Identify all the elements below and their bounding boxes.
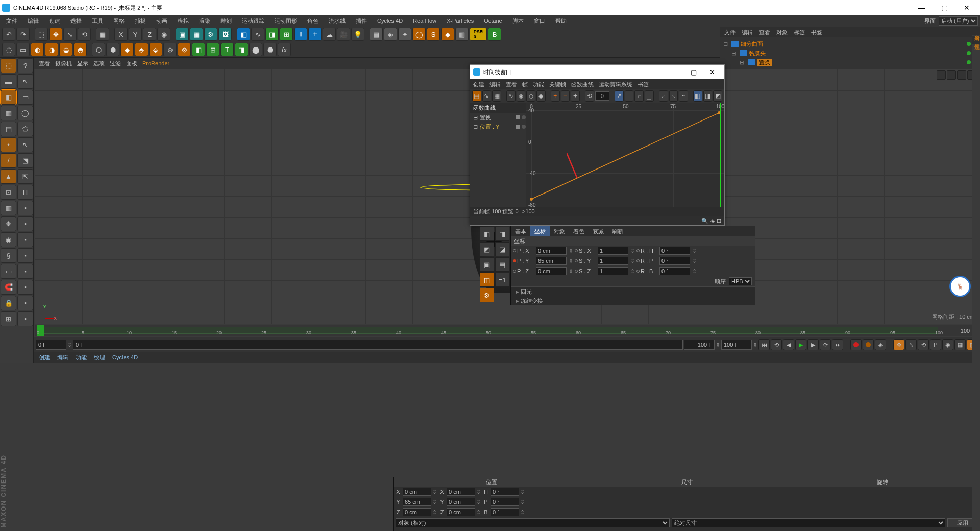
mograph-text[interactable]: T bbox=[220, 43, 234, 56]
order-select[interactable]: HPB bbox=[729, 277, 752, 285]
mode-polygon[interactable]: ▲ bbox=[1, 169, 16, 184]
menu-16[interactable]: Cycles 4D bbox=[373, 15, 407, 27]
close-button[interactable]: ✕ bbox=[955, 0, 978, 15]
attr-mode-3[interactable]: ◩ bbox=[480, 242, 494, 256]
menu-9[interactable]: 渲染 bbox=[195, 15, 214, 27]
menu-22[interactable]: 帮助 bbox=[551, 15, 571, 27]
tl-foot-2[interactable]: ◈ bbox=[710, 218, 715, 224]
vp-menu-6[interactable]: ProRender bbox=[142, 60, 169, 66]
workplane-toggle[interactable]: ▭ bbox=[1, 264, 16, 279]
attr-tab-2[interactable]: 对象 bbox=[550, 226, 569, 236]
add-spline[interactable]: ∿ bbox=[251, 28, 264, 41]
menu-21[interactable]: 窗口 bbox=[530, 15, 549, 27]
axis-toggle[interactable]: ✥ bbox=[1, 216, 16, 231]
goto-start[interactable]: ⏮ bbox=[758, 339, 770, 350]
attr-tab-1[interactable]: 坐标 bbox=[530, 226, 550, 236]
add-cube[interactable]: ◧ bbox=[237, 28, 250, 41]
dynamics-1[interactable]: ⬤ bbox=[249, 43, 262, 56]
rot-B[interactable] bbox=[491, 508, 519, 516]
channel-pos[interactable]: ✥ bbox=[893, 339, 904, 350]
mesh-tool-4[interactable]: ⬘ bbox=[135, 43, 148, 56]
tl-foot-1[interactable]: 🔍 bbox=[701, 218, 708, 224]
coord-mode-select[interactable]: 对象 (相对) bbox=[396, 518, 670, 527]
goto-end[interactable]: ⏭ bbox=[832, 339, 843, 350]
tl-filter-1[interactable]: ∿ bbox=[506, 90, 516, 102]
menu-4[interactable]: 工具 bbox=[88, 15, 107, 27]
val-S . Z[interactable] bbox=[598, 267, 628, 275]
attr-mode-5[interactable]: ▣ bbox=[480, 257, 494, 272]
next-frame[interactable]: ▶ bbox=[807, 339, 819, 350]
timeline-ruler[interactable]: 100 F 0510152025303540455055606570758085… bbox=[35, 325, 979, 336]
menu-3[interactable]: 选择 bbox=[66, 15, 86, 27]
tl-tangent-step[interactable]: ⌐ bbox=[634, 90, 644, 102]
snap-settings[interactable]: 🧲 bbox=[1, 280, 16, 295]
size-Z[interactable] bbox=[447, 508, 475, 516]
obj-menu-1[interactable]: 编辑 bbox=[742, 29, 753, 36]
recent-tool[interactable]: ▦ bbox=[96, 28, 109, 41]
tl-key-tool[interactable]: ✦ bbox=[571, 90, 580, 102]
tl-curve-1[interactable]: ⟋ bbox=[659, 90, 668, 102]
obj-menu-5[interactable]: 书签 bbox=[811, 29, 822, 36]
obj-row-置换[interactable]: ⊟置换 bbox=[723, 58, 976, 67]
mesh-tool-8[interactable]: ◧ bbox=[192, 43, 205, 56]
tw-menu-6[interactable]: 函数曲线 bbox=[571, 81, 594, 88]
menu-18[interactable]: X-Particles bbox=[443, 15, 478, 27]
add-subdiv[interactable]: ⊞ bbox=[280, 28, 293, 41]
mode-workplane[interactable]: ▤ bbox=[1, 122, 16, 136]
undo-button[interactable]: ↶ bbox=[2, 28, 15, 41]
range-end-field[interactable] bbox=[684, 340, 715, 350]
menu-0[interactable]: 文件 bbox=[2, 15, 21, 27]
prev-key[interactable]: ⟲ bbox=[771, 339, 782, 350]
minimize-button[interactable]: — bbox=[911, 0, 933, 15]
pos-X[interactable] bbox=[403, 488, 431, 496]
tw-menu-8[interactable]: 书签 bbox=[638, 81, 649, 88]
picture-viewer[interactable]: 🖼 bbox=[218, 28, 232, 41]
tl-mode-dopesheet[interactable]: ▤ bbox=[472, 90, 481, 102]
curve-position-y[interactable] bbox=[531, 113, 719, 199]
arrow2-tool[interactable]: ↖ bbox=[17, 137, 33, 152]
menu-12[interactable]: 运动图形 bbox=[271, 15, 301, 27]
add-generator[interactable]: ◨ bbox=[265, 28, 279, 41]
tl-mode-fcurve[interactable]: ∿ bbox=[482, 90, 492, 102]
dummy5[interactable]: ▪ bbox=[17, 264, 33, 279]
attr-mode-7[interactable]: ◫ bbox=[480, 273, 494, 287]
dummy4[interactable]: ▪ bbox=[17, 248, 33, 263]
sel-mode-3[interactable]: ◒ bbox=[59, 43, 72, 56]
attr-tab-4[interactable]: 衰减 bbox=[589, 226, 608, 236]
tl-frame-input[interactable] bbox=[595, 91, 609, 101]
sel-live[interactable]: ◌ bbox=[2, 43, 15, 56]
attr-mode-2[interactable]: ◨ bbox=[495, 227, 509, 241]
tw-menu-3[interactable]: 帧 bbox=[522, 81, 528, 88]
tangent-handle[interactable] bbox=[567, 153, 577, 178]
menu-1[interactable]: 编辑 bbox=[23, 15, 43, 27]
tl-filter-2[interactable]: ◈ bbox=[517, 90, 526, 102]
object-name[interactable]: 黏膜头 bbox=[749, 50, 766, 57]
timeline-maximize[interactable]: ▢ bbox=[684, 68, 703, 76]
render-region[interactable]: ▦ bbox=[190, 28, 203, 41]
tl-tangent-auto[interactable]: ↗ bbox=[615, 90, 624, 102]
autokey[interactable] bbox=[863, 339, 874, 350]
freeze-transform-section[interactable]: 冻结变换 bbox=[511, 296, 755, 305]
val-S . X[interactable] bbox=[598, 247, 628, 255]
select-tool[interactable]: ⬚ bbox=[35, 28, 48, 41]
attr-tab-0[interactable]: 基本 bbox=[511, 226, 530, 236]
current-frame-field[interactable] bbox=[36, 340, 66, 350]
tl-snap-1[interactable]: ◧ bbox=[693, 90, 702, 102]
vp-menu-3[interactable]: 选项 bbox=[93, 60, 105, 67]
vp-zoom-icon[interactable] bbox=[947, 70, 956, 80]
quantize[interactable]: ⊞ bbox=[1, 311, 16, 326]
misc-2[interactable]: ◈ bbox=[384, 28, 397, 41]
vp-menu-1[interactable]: 摄像机 bbox=[55, 60, 72, 67]
mesh-tool-2[interactable]: ⬢ bbox=[106, 43, 119, 56]
obj-menu-2[interactable]: 查看 bbox=[759, 29, 770, 36]
size-Y[interactable] bbox=[447, 498, 475, 506]
rot-P[interactable] bbox=[491, 498, 519, 506]
tl-mode-motion[interactable]: ▦ bbox=[492, 90, 501, 102]
bridge-tool[interactable]: H bbox=[17, 185, 33, 200]
val-R . H[interactable] bbox=[659, 247, 690, 255]
bevel-tool[interactable]: ⬔ bbox=[17, 153, 33, 168]
sel-mode-4[interactable]: ◓ bbox=[74, 43, 87, 56]
keyframe-selection[interactable]: ◈ bbox=[875, 339, 886, 350]
mesh-tool-7[interactable]: ⊗ bbox=[178, 43, 191, 56]
lock-toggle[interactable]: 🔒 bbox=[1, 296, 16, 310]
